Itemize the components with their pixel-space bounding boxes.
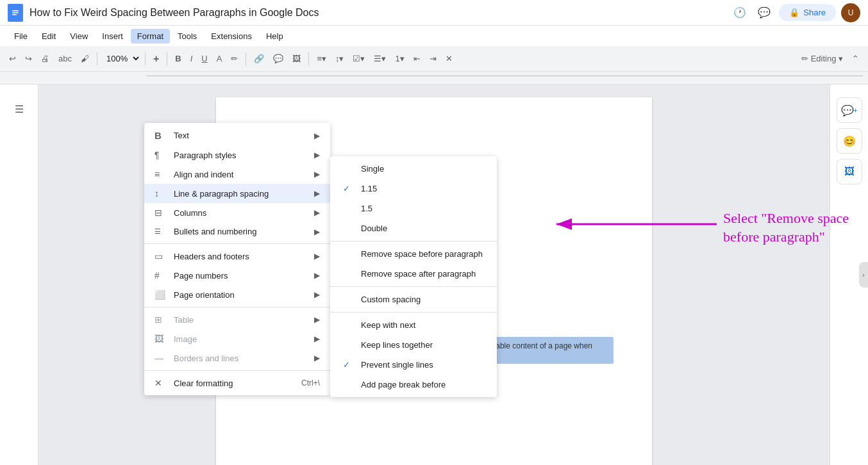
menu-insert[interactable]: Insert [96,29,129,44]
indent-more-button[interactable]: ⇥ [426,50,440,68]
spacing-remove-after[interactable]: Remove space after paragraph [330,264,497,284]
spacing-double[interactable]: Double [330,218,497,238]
single-check-icon [343,164,356,174]
format-menu-item-text[interactable]: B Text ▶ [144,126,330,145]
undo-button[interactable]: ↩ [5,50,20,68]
format-menu-item-image[interactable]: 🖼 Image ▶ [144,329,330,348]
check-keep-next-icon [343,320,356,330]
spacing-prevent-single[interactable]: ✓ Prevent single lines [330,355,497,375]
spacing-keep-next[interactable]: Keep with next [330,315,497,335]
numbered-button[interactable]: 1▾ [391,50,408,68]
page-orientation-icon: ⬜ [154,290,167,300]
paragraph-icon: ¶ [154,150,167,160]
plus-button[interactable]: + [149,50,163,68]
spellcheck-button[interactable]: abc [54,50,76,68]
format-menu-item-page-numbers[interactable]: # Page numbers ▶ [144,266,330,285]
menu-bar: File Edit View Insert Format Tools Exten… [0,26,868,46]
highlight-button[interactable]: ✏ [227,50,242,68]
format-menu-item-table[interactable]: ⊞ Table ▶ [144,310,330,329]
table-icon: ⊞ [154,314,167,325]
user-avatar: U [841,3,860,22]
zoom-select[interactable]: 100% [101,52,141,65]
top-bar: How to Fix Weird Spacing Between Paragra… [0,0,868,26]
clear-format-button[interactable]: ✕ [442,50,456,68]
clear-formatting-icon: ✕ [154,378,167,388]
format-menu-item-bullets[interactable]: ☰ Bullets and numbering ▶ [144,222,330,241]
redo-button[interactable]: ↪ [21,50,36,68]
headers-arrow-icon: ▶ [314,252,320,261]
format-sep-3 [144,370,330,371]
toolbar-sep-4 [246,53,246,65]
indent-less-button[interactable]: ⇤ [410,50,424,68]
align-button[interactable]: ≡▾ [313,50,330,68]
format-menu-item-columns[interactable]: ⊟ Columns ▶ [144,203,330,222]
bold-button[interactable]: B [171,50,185,68]
menu-view[interactable]: View [63,29,94,44]
format-menu-item-align[interactable]: ≡ Align and indent ▶ [144,165,330,184]
headers-icon: ▭ [154,251,167,261]
spacing-keep-lines[interactable]: Keep lines together [330,335,497,355]
annotation-container: Select "Remove spacebefore paragraph" [723,209,849,246]
doc-icon [8,4,23,22]
collapse-toolbar-button[interactable]: ⌃ [848,50,863,68]
underline-button[interactable]: U [197,50,211,68]
line-spacing-button[interactable]: ↕▾ [331,50,348,68]
borders-arrow-icon: ▶ [314,354,320,363]
history-button[interactable]: 🕐 [730,3,749,22]
format-headers-label: Headers and footers [174,252,249,261]
format-clear-formatting-label: Clear formatting [174,379,233,388]
spacing-remove-before[interactable]: Remove space before paragraph [330,244,497,264]
add-comment-button[interactable]: 💬+ [837,97,862,123]
line-spacing-menu-icon: ↕ [154,188,167,199]
borders-icon: — [154,353,167,363]
format-page-orientation-label: Page orientation [174,290,235,300]
spacing-sep-1 [330,241,497,241]
spacing-15-label: 1.5 [361,204,372,213]
text-bold-icon: B [154,130,167,141]
menu-format[interactable]: Format [131,29,170,44]
image-button[interactable]: 🖼 [288,50,305,68]
menu-edit[interactable]: Edit [35,29,62,44]
format-bullets-label: Bullets and numbering [174,227,256,236]
text-color-button[interactable]: A [213,50,226,68]
print-button[interactable]: 🖨 [37,50,53,68]
format-menu-item-headers[interactable]: ▭ Headers and footers ▶ [144,247,330,266]
emoji-button[interactable]: 😊 [837,128,862,154]
spacing-115[interactable]: ✓ 1.15 [330,179,497,199]
menu-help[interactable]: Help [260,29,290,44]
comment-button[interactable]: 💬 [269,50,287,68]
format-menu-item-clear-formatting[interactable]: ✕ Clear formatting Ctrl+\ [144,373,330,393]
bullet-button[interactable]: ☰▾ [370,50,390,68]
format-page-numbers-label: Page numbers [174,271,228,281]
format-menu-item-borders[interactable]: — Borders and lines ▶ [144,348,330,368]
editing-mode-button[interactable]: ✏ Editing ▾ [797,50,847,68]
menu-tools[interactable]: Tools [171,29,203,44]
share-label: Share [803,8,826,17]
spacing-remove-before-label: Remove space before paragraph [361,249,483,259]
collapse-panel-button[interactable]: › [859,262,868,288]
format-menu-item-page-orientation[interactable]: ⬜ Page orientation ▶ [144,285,330,304]
format-menu-item-line-spacing[interactable]: ↕ Line & paragraph spacing ▶ [144,184,330,203]
paint-format-button[interactable]: 🖌 [77,50,93,68]
checklist-button[interactable]: ☑▾ [349,50,369,68]
check-prevent-single-icon: ✓ [343,360,356,370]
spacing-page-break[interactable]: Add page break before [330,375,497,395]
clear-formatting-shortcut: Ctrl+\ [301,379,320,388]
italic-button[interactable]: I [187,50,197,68]
link-button[interactable]: 🔗 [250,50,268,68]
menu-extensions[interactable]: Extensions [204,29,258,44]
spacing-15[interactable]: 1.5 [330,199,497,218]
spacing-custom[interactable]: Custom spacing [330,290,497,309]
share-button[interactable]: 🔒 Share [779,4,836,21]
menu-file[interactable]: File [8,29,34,44]
comments-button[interactable]: 💬 [755,3,774,22]
image-panel-button[interactable]: 🖼 [837,159,862,184]
svg-rect-2 [12,12,19,13]
format-columns-label: Columns [174,208,206,218]
lock-icon: 🔒 [789,8,799,17]
spacing-single[interactable]: Single [330,159,497,179]
spacing-custom-label: Custom spacing [361,295,421,304]
format-align-label: Align and indent [174,170,233,179]
format-menu-item-paragraph-styles[interactable]: ¶ Paragraph styles ▶ [144,145,330,165]
outline-icon[interactable]: ☰ [8,97,31,120]
